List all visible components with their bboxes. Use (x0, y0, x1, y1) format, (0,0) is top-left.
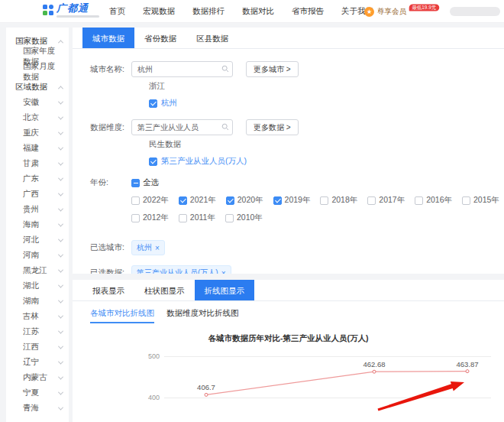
tab-city-data[interactable]: 城市数据 (82, 28, 134, 48)
year-checkbox[interactable] (131, 196, 140, 205)
item-label: 广东 (23, 174, 39, 184)
sidebar-item-guangdong[interactable]: 广东 (6, 171, 69, 187)
dimension-checkbox[interactable] (149, 157, 157, 166)
sidebar-item-hainan[interactable]: 海南 (6, 217, 69, 232)
tag-label: 杭州 (137, 242, 152, 253)
chevron-down-icon (58, 129, 63, 135)
tab-county-data[interactable]: 区县数据 (186, 28, 238, 48)
sidebar-item-jilin[interactable]: 吉林 (6, 309, 69, 324)
select-all-label: 全选 (143, 177, 159, 188)
sidebar-item-liaoning[interactable]: 辽宁 (6, 355, 69, 370)
year-option-2012[interactable]: 2012年 (131, 213, 169, 223)
sidebar-item-guangxi[interactable]: 广西 (6, 187, 69, 202)
nav-data-ranking[interactable]: 数据排行 (192, 6, 225, 17)
nav-macro-data[interactable]: 宏观数据 (143, 6, 175, 17)
year-option-2021[interactable]: 2021年 (179, 195, 216, 206)
tab-line-chart-display[interactable]: 折线图显示 (195, 280, 255, 300)
sidebar-item-chongqing[interactable]: 重庆 (6, 125, 69, 141)
sidebar-item-gansu[interactable]: 甘肃 (6, 156, 69, 171)
subtab-city-compare-line[interactable]: 各城市对比折线图 (90, 308, 154, 323)
select-all-checkbox[interactable] (131, 179, 140, 187)
user-info-redacted[interactable] (450, 7, 500, 16)
year-option-2019[interactable]: 2019年 (273, 195, 311, 206)
year-checkbox[interactable] (179, 214, 187, 222)
city-search-input[interactable] (131, 61, 233, 77)
year-option-label: 2018年 (331, 195, 357, 206)
member-label[interactable]: 尊享会员 (377, 7, 406, 17)
year-option-2016[interactable]: 2016年 (415, 195, 452, 206)
year-checkbox[interactable] (131, 214, 140, 222)
sidebar-item-hubei[interactable]: 湖北 (6, 278, 69, 294)
data-label-2021: 463.87 (451, 360, 484, 368)
selected-data-label: 已选数据: (90, 268, 131, 274)
sidebar-item-national-monthly[interactable]: 国家月度数据 (6, 64, 69, 80)
tab-bar-chart-display[interactable]: 柱状图显示 (134, 280, 195, 300)
year-option-label: 2020年 (237, 195, 263, 206)
year-checkbox[interactable] (225, 214, 234, 222)
sidebar-item-guizhou[interactable]: 贵州 (6, 202, 69, 217)
subtab-dimension-compare-line[interactable]: 数据维度对比折线图 (166, 308, 239, 323)
search-icon[interactable] (221, 123, 229, 131)
data-label-2020: 462.68 (357, 360, 391, 368)
year-option-2015[interactable]: 2015年 (462, 195, 499, 206)
select-all-row: 全选 (131, 177, 504, 188)
year-checkbox[interactable] (179, 196, 187, 205)
select-all-option[interactable]: 全选 (131, 177, 159, 188)
sidebar-item-fujian[interactable]: 福建 (6, 141, 69, 156)
year-option-2022[interactable]: 2022年 (131, 195, 169, 206)
dimension-search-input[interactable] (131, 119, 233, 135)
search-icon[interactable] (221, 65, 229, 73)
data-point-2021[interactable] (466, 370, 469, 373)
nav-city-report[interactable]: 省市报告 (292, 6, 324, 17)
year-option-2018[interactable]: 2018年 (320, 195, 357, 206)
item-label: 河北 (23, 235, 39, 245)
close-icon[interactable] (155, 244, 160, 252)
sidebar-item-hunan[interactable]: 湖南 (6, 294, 69, 309)
sidebar-item-hebei[interactable]: 河北 (6, 232, 69, 248)
tab-table-display[interactable]: 报表显示 (82, 280, 134, 300)
year-checkbox[interactable] (462, 196, 470, 205)
dimension-checkbox-label[interactable]: 第三产业从业人员(万人) (161, 156, 247, 167)
close-icon[interactable] (221, 269, 226, 274)
year-option-2011[interactable]: 2011年 (179, 213, 215, 223)
data-point-2020[interactable] (373, 370, 376, 373)
sidebar-item-heilongjiang[interactable]: 黑龙江 (6, 263, 69, 278)
year-option-2020[interactable]: 2020年 (226, 195, 263, 206)
city-checkbox-label[interactable]: 杭州 (161, 98, 177, 109)
chevron-down-icon (58, 206, 63, 211)
year-option-2017[interactable]: 2017年 (367, 195, 405, 206)
item-label: 福建 (23, 143, 39, 154)
city-checkbox[interactable] (149, 99, 157, 108)
sidebar-item-jiangxi[interactable]: 江西 (6, 339, 69, 355)
chevron-down-icon (58, 267, 63, 272)
year-checkbox[interactable] (415, 196, 423, 205)
year-checkbox[interactable] (320, 196, 328, 205)
item-label: 内蒙古 (23, 372, 47, 383)
tab-province-data[interactable]: 省份数据 (134, 28, 186, 48)
chevron-down-icon (58, 160, 63, 165)
sidebar-item-ningxia[interactable]: 宁夏 (6, 385, 69, 401)
chevron-down-icon (58, 144, 63, 150)
chevron-down-icon (58, 190, 63, 196)
year-option-2010[interactable]: 2010年 (225, 213, 263, 223)
sidebar-item-jiangsu[interactable]: 江苏 (6, 324, 69, 339)
year-checkbox[interactable] (273, 196, 282, 205)
more-cities-button[interactable]: 更多城市 > (246, 61, 299, 77)
year-option-label: 2015年 (473, 195, 499, 206)
nav-home[interactable]: 首页 (109, 6, 125, 17)
group-label: 区域数据 (15, 82, 47, 93)
sidebar-item-beijing[interactable]: 北京 (6, 110, 69, 125)
sidebar-item-henan[interactable]: 河南 (6, 248, 69, 263)
nav-data-compare[interactable]: 数据对比 (242, 6, 274, 17)
main-content: 城市数据 省份数据 区县数据 城市名称: 更多城市 > 浙江 (73, 28, 504, 422)
year-checkbox[interactable] (367, 196, 376, 205)
more-data-button[interactable]: 更多数据 > (246, 119, 299, 135)
data-point-2019[interactable] (205, 393, 208, 396)
city-name-label: 城市名称: (90, 64, 131, 75)
group-label: 国家数据 (15, 36, 47, 47)
sidebar-item-qinghai[interactable]: 青海 (6, 401, 69, 416)
logo[interactable]: 广都通 (42, 2, 99, 18)
sidebar-item-neimenggu[interactable]: 内蒙古 (6, 370, 69, 385)
year-checkbox[interactable] (226, 196, 234, 205)
sidebar-item-anhui[interactable]: 安徽 (6, 95, 69, 110)
